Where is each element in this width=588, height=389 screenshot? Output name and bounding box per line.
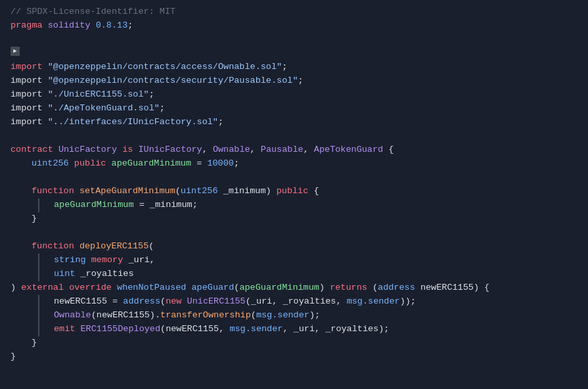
var-name: apeGuardMinimum bbox=[54, 198, 134, 212]
plain-text: import bbox=[11, 116, 48, 129]
plain-text: ) { bbox=[474, 281, 489, 295]
number-literal: 10000 bbox=[207, 157, 234, 171]
return-type: address bbox=[378, 281, 415, 295]
keyword-solidity: solidity bbox=[48, 19, 91, 33]
fold-icon[interactable]: ▶ bbox=[11, 47, 20, 56]
plain-text: )); bbox=[400, 295, 416, 309]
plain-text: , bbox=[315, 323, 325, 336]
code-line: function deployERC1155 ( bbox=[0, 240, 588, 254]
keyword-returns: returns bbox=[330, 281, 367, 295]
event-name: ERC1155Deployed bbox=[81, 323, 161, 336]
plain-text bbox=[117, 143, 122, 157]
return-var: newERC1155 bbox=[420, 281, 474, 295]
plain-text bbox=[181, 295, 187, 309]
plain-text: ( bbox=[367, 281, 378, 295]
keyword-function: function bbox=[32, 185, 74, 198]
plain-text bbox=[69, 157, 74, 171]
code-line: } bbox=[0, 336, 588, 350]
brace-close-fn: } bbox=[32, 336, 37, 350]
string-literal: "@openzeppelin/contracts/security/Pausab… bbox=[48, 74, 298, 88]
code-line: ▶ bbox=[0, 47, 588, 60]
keyword-import: import bbox=[11, 60, 43, 74]
plain-text: ) bbox=[266, 185, 277, 198]
code-line: emit ERC1155Deployed ( newERC1155 , msg.… bbox=[38, 323, 588, 336]
arg-uri: _uri bbox=[251, 295, 272, 309]
plain-text: import bbox=[11, 102, 48, 116]
plain-text: ; bbox=[282, 60, 287, 74]
keyword-public: public bbox=[74, 157, 106, 171]
plain-text: ; bbox=[192, 198, 198, 212]
plain-text: import bbox=[11, 88, 48, 102]
string-literal: "./ApeTokenGuard.sol" bbox=[48, 102, 160, 116]
plain-text: ); bbox=[378, 323, 389, 336]
plain-text: , bbox=[202, 143, 213, 157]
keyword-external: external bbox=[21, 281, 64, 295]
code-line: import "./ApeTokenGuard.sol" ; bbox=[0, 102, 588, 116]
plain-text bbox=[86, 254, 91, 267]
code-line: import "@openzeppelin/contracts/security… bbox=[0, 74, 588, 88]
emit-arg4: _royalties bbox=[325, 323, 378, 336]
plain-text: , bbox=[250, 143, 261, 157]
emit-arg1: newERC1155 bbox=[166, 323, 219, 336]
code-line: import "@openzeppelin/contracts/access/O… bbox=[0, 60, 588, 74]
type-string: string bbox=[54, 254, 86, 267]
method-transfer: transferOwnership bbox=[160, 309, 251, 323]
param-type: uint256 bbox=[181, 185, 218, 198]
plain-text: ) bbox=[319, 281, 330, 295]
function-name-deploy: deployERC1155 bbox=[79, 240, 148, 254]
plain-text: = bbox=[134, 198, 150, 212]
plain-text: , bbox=[336, 295, 346, 309]
plain-text: ; bbox=[149, 88, 154, 102]
plain-text: ( bbox=[91, 309, 97, 323]
plain-text: ( bbox=[148, 240, 154, 254]
plain-text: { bbox=[308, 185, 319, 198]
plain-text: ( bbox=[234, 281, 239, 295]
paren-close: ) bbox=[11, 281, 21, 295]
string-literal: "@openzeppelin/contracts/access/Ownable.… bbox=[48, 60, 282, 74]
code-line bbox=[0, 33, 588, 47]
plain-text: import bbox=[11, 74, 48, 88]
param-name: _minimum bbox=[223, 185, 266, 198]
base-class-2: Pausable bbox=[261, 143, 304, 157]
code-line: } bbox=[0, 212, 588, 226]
code-line bbox=[0, 129, 588, 143]
ownable-call: Ownable bbox=[54, 309, 91, 323]
keyword-contract: contract bbox=[11, 143, 53, 157]
code-editor: // SPDX-License-Identifier: MIT pragma s… bbox=[0, 0, 588, 389]
plain-text: , bbox=[304, 143, 314, 157]
keyword-memory: memory bbox=[91, 254, 124, 267]
code-line: import "./UnicERC1155.sol" ; bbox=[0, 88, 588, 102]
code-line: pragma solidity 0.8.13 ; bbox=[0, 19, 588, 33]
interface-name: IUnicFactory bbox=[138, 143, 202, 157]
plain-text: , bbox=[283, 323, 293, 336]
plain-text bbox=[112, 281, 117, 295]
code-line: uint256 public apeGuardMinimum = 10000 ; bbox=[0, 157, 588, 171]
plain-text: ( bbox=[160, 323, 166, 336]
contract-name: UnicFactory bbox=[58, 143, 117, 157]
plain-text bbox=[43, 60, 48, 74]
base-class-1: Ownable bbox=[213, 143, 250, 157]
code-line: import "../interfaces/IUnicFactory.sol" … bbox=[0, 116, 588, 129]
code-line: // SPDX-License-Identifier: MIT bbox=[0, 5, 588, 19]
code-line: apeGuardMinimum = _minimum ; bbox=[38, 198, 588, 212]
plain-text: , bbox=[272, 295, 283, 309]
arg-newerc1155: newERC1155 bbox=[97, 309, 150, 323]
keyword-is: is bbox=[122, 143, 133, 157]
var-newerc1155: newERC1155 bbox=[54, 295, 107, 309]
plain-text bbox=[74, 185, 79, 198]
string-literal: "./UnicERC1155.sol" bbox=[48, 88, 149, 102]
code-line: newERC1155 = address ( new UnicERC1155 (… bbox=[38, 295, 588, 309]
brace-close-contract: } bbox=[11, 350, 16, 364]
plain-text bbox=[75, 323, 80, 336]
keyword-emit: emit bbox=[54, 323, 75, 336]
plain-text: ). bbox=[150, 309, 160, 323]
modifier-param: apeGuardMinimum bbox=[239, 281, 319, 295]
code-line: Ownable ( newERC1155 ). transferOwnershi… bbox=[38, 309, 588, 323]
param-uri: _uri bbox=[128, 254, 149, 267]
code-line: string memory _uri , bbox=[38, 254, 588, 267]
code-line bbox=[0, 171, 588, 185]
code-line: uint _royalties bbox=[38, 267, 588, 281]
var-name: apeGuardMinimum bbox=[112, 157, 192, 171]
plain-text: = bbox=[107, 295, 123, 309]
keyword-new: new bbox=[166, 295, 181, 309]
